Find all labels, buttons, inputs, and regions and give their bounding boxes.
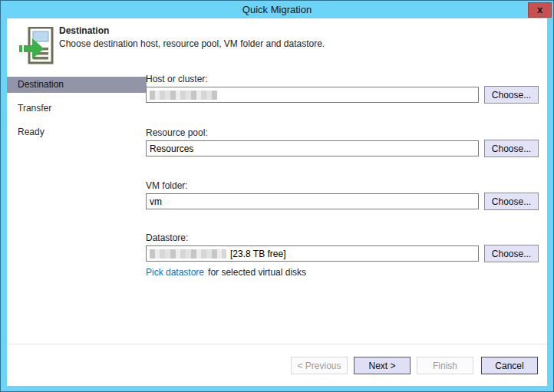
migration-server-icon [19,27,58,65]
dialog-content: Destination Choose destination host, res… [7,18,547,386]
sidebar-item-ready[interactable]: Ready [7,124,147,140]
datastore-label: Datastore: [146,232,541,245]
finish-button[interactable]: Finish [417,357,473,374]
resource-pool-input[interactable]: Resources [146,140,479,156]
wizard-steps: Destination Transfer Ready [7,77,147,148]
next-button[interactable]: Next > [354,357,411,374]
choose-resource-pool-button[interactable]: Choose... [484,140,539,157]
pick-datastore-link[interactable]: Pick datastore [146,267,204,278]
window-title: Quick Migration [242,4,312,15]
sidebar-item-transfer[interactable]: Transfer [7,100,147,117]
pick-datastore-line: Pick datastorefor selected virtual disks [146,267,306,278]
sidebar-item-destination[interactable]: Destination [7,77,147,93]
close-icon[interactable]: x [528,2,552,18]
footer: < Previous Next > Finish Cancel [7,344,547,386]
resource-pool-label: Resource pool: [146,127,541,140]
datastore-row: Datastore: [23.8 TB free] Choose... [146,232,541,263]
quick-migration-dialog: Quick Migration x Destination Choose des… [0,0,554,392]
page-subtitle: Choose destination host, resource pool, … [59,38,325,49]
pick-datastore-suffix: for selected virtual disks [208,267,306,278]
datastore-input[interactable]: [23.8 TB free] [146,245,479,262]
resource-pool-row: Resource pool: Resources Choose... [146,127,541,158]
redacted-datastore-value [150,249,226,259]
cancel-button[interactable]: Cancel [481,357,538,374]
vm-folder-input[interactable]: vm [146,193,479,209]
vm-folder-row: VM folder: vm Choose... [146,180,541,211]
host-input[interactable] [146,87,479,103]
host-label: Host or cluster: [146,74,541,86]
previous-button[interactable]: < Previous [291,357,348,374]
redacted-host-value [150,91,217,100]
page-title: Destination [59,25,109,36]
choose-host-button[interactable]: Choose... [484,86,539,104]
vm-folder-label: VM folder: [146,180,541,193]
datastore-free-space: [23.8 TB free] [230,249,286,259]
vm-folder-value: vm [150,196,162,207]
choose-vm-folder-button[interactable]: Choose... [484,193,539,210]
resource-pool-value: Resources [150,143,193,154]
choose-datastore-button[interactable]: Choose... [484,245,539,262]
titlebar[interactable]: Quick Migration [1,1,553,18]
host-row: Host or cluster: Choose... [146,74,541,104]
